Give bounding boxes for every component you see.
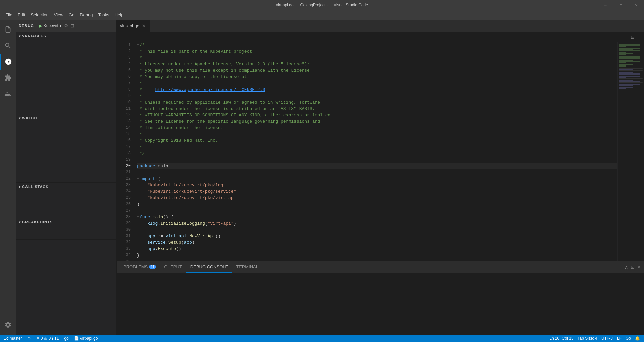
mini-line bbox=[619, 85, 633, 86]
code-token: ) bbox=[192, 239, 195, 246]
menu-view[interactable]: View bbox=[51, 11, 66, 19]
status-tab-size[interactable]: Tab Size: 4 bbox=[576, 335, 599, 342]
debug-caret-icon[interactable]: ▾ bbox=[60, 24, 61, 28]
status-file[interactable]: 📄 virt-api.go bbox=[73, 335, 99, 342]
activity-explorer[interactable] bbox=[0, 21, 16, 38]
code-token: NewVirtApi bbox=[189, 233, 215, 239]
code-token: * See the License for the specific langu… bbox=[137, 118, 320, 125]
menu-help[interactable]: Help bbox=[112, 11, 126, 19]
tab-close-icon[interactable]: ✕ bbox=[141, 22, 147, 29]
menu-tasks[interactable]: Tasks bbox=[95, 11, 112, 19]
mini-line bbox=[619, 70, 643, 71]
split-editor-icon[interactable]: ⊟ bbox=[631, 34, 635, 40]
fold-icon-28[interactable]: ▾ bbox=[137, 214, 139, 220]
menu-selection[interactable]: Selection bbox=[28, 11, 51, 19]
callstack-content bbox=[16, 191, 116, 218]
info-count: 11 bbox=[54, 336, 59, 341]
code-token: * This file is part of the KubeVirt proj… bbox=[137, 48, 252, 55]
status-encoding[interactable]: UTF-8 bbox=[600, 335, 614, 342]
code-line-10: * Unless required by applicable law or a… bbox=[137, 99, 617, 106]
code-content[interactable]: ▾/* * This file is part of the KubeVirt … bbox=[133, 42, 617, 261]
activity-settings[interactable] bbox=[0, 317, 16, 333]
status-line-ending[interactable]: LF bbox=[615, 335, 623, 342]
line-num-31: 31 bbox=[117, 233, 131, 239]
code-line-32: service.Setup(app) bbox=[137, 239, 617, 246]
variables-label: VARIABLES bbox=[22, 34, 46, 38]
fold-icon-22[interactable]: ▾ bbox=[137, 176, 139, 182]
line-num-12: 12 bbox=[117, 112, 131, 118]
code-line-24: "kubevirt.io/kubevirt/pkg/service" bbox=[137, 188, 617, 195]
mini-line bbox=[619, 50, 640, 51]
menu-debug[interactable]: Debug bbox=[77, 11, 95, 19]
restore-button[interactable]: □ bbox=[613, 0, 629, 10]
code-token: klog bbox=[147, 220, 158, 227]
panel-chevron-up-icon[interactable]: ∧ bbox=[625, 264, 628, 270]
code-line-34: } bbox=[137, 252, 617, 259]
code-line-25: "kubevirt.io/kubevirt/pkg/virt-api" bbox=[137, 195, 617, 201]
code-token: . bbox=[155, 246, 158, 252]
menu-go[interactable]: Go bbox=[66, 11, 77, 19]
breakpoints-header[interactable]: ▾ BREAKPOINTS bbox=[16, 218, 116, 226]
code-token bbox=[137, 188, 147, 195]
line-num-19: 19 bbox=[117, 157, 131, 163]
debug-config-name: Kubevirt bbox=[44, 23, 58, 28]
line-num-23: 23 bbox=[117, 182, 131, 188]
code-token: . bbox=[166, 239, 168, 246]
watch-collapse-icon: ▾ bbox=[19, 116, 21, 120]
activity-debug[interactable] bbox=[0, 54, 16, 70]
watch-header[interactable]: ▾ WATCH bbox=[16, 114, 116, 122]
panel-close-icon[interactable]: ✕ bbox=[637, 264, 641, 270]
status-language[interactable]: Go bbox=[624, 335, 632, 342]
code-token: app bbox=[147, 233, 155, 239]
status-go[interactable]: go bbox=[63, 335, 70, 342]
mini-line bbox=[619, 66, 626, 67]
branch-icon: ⎇ bbox=[4, 336, 9, 341]
code-token: * Licensed under the Apache License, Ver… bbox=[137, 61, 310, 67]
variables-header[interactable]: ▾ VARIABLES bbox=[16, 32, 116, 40]
code-editor: 1 2 3 4 5 6 7 8 9 10 11 12 13 14 15 16 1 bbox=[117, 42, 644, 261]
line-num-2: 2 bbox=[117, 48, 131, 55]
minimize-button[interactable]: ─ bbox=[598, 0, 613, 10]
callstack-header[interactable]: ▾ CALL STACK bbox=[16, 183, 116, 191]
line-num-7: 7 bbox=[117, 80, 131, 87]
debug-stop-icon[interactable]: ⊟ bbox=[70, 23, 74, 28]
code-token-link[interactable]: http://www.apache.org/licenses/LICENSE-2… bbox=[155, 87, 265, 93]
status-errors[interactable]: ✕ 0 ⚠ 0 ℹ 11 bbox=[35, 335, 60, 342]
debug-settings-icon[interactable]: ⚙ bbox=[64, 23, 68, 28]
tab-terminal[interactable]: TERMINAL bbox=[232, 261, 262, 273]
code-line-6: * You may obtain a copy of the License a… bbox=[137, 74, 617, 80]
tab-problems[interactable]: PROBLEMS 11 bbox=[119, 261, 160, 273]
tab-output[interactable]: OUTPUT bbox=[160, 261, 186, 273]
activity-extensions[interactable] bbox=[0, 70, 16, 86]
status-position[interactable]: Ln 20, Col 13 bbox=[548, 335, 575, 342]
status-sync[interactable]: ⟳ bbox=[26, 335, 32, 342]
fold-icon-1[interactable]: ▾ bbox=[137, 42, 139, 48]
close-button[interactable]: ✕ bbox=[629, 0, 644, 10]
code-token: () bbox=[215, 233, 221, 239]
mini-line bbox=[619, 72, 633, 73]
panel-maximize-icon[interactable]: ⊡ bbox=[631, 264, 635, 270]
error-icon: ✕ bbox=[36, 336, 40, 341]
tab-virt-api-go[interactable]: virt-api.go ✕ bbox=[117, 20, 150, 32]
file-icon: 📄 bbox=[74, 336, 79, 341]
activity-source-control[interactable] bbox=[0, 86, 16, 102]
more-actions-icon[interactable]: ⋯ bbox=[637, 34, 641, 40]
error-count: 0 bbox=[41, 336, 43, 341]
menu-edit[interactable]: Edit bbox=[15, 11, 28, 19]
tab-debug-console[interactable]: DEBUG CONSOLE bbox=[186, 261, 232, 273]
encoding-label: UTF-8 bbox=[601, 336, 613, 341]
status-right: Ln 20, Col 13 Tab Size: 4 UTF-8 LF Go 🔔 bbox=[548, 335, 641, 342]
activity-search[interactable] bbox=[0, 38, 16, 54]
menu-file[interactable]: File bbox=[3, 11, 15, 19]
code-line-8: * http://www.apache.org/licenses/LICENSE… bbox=[137, 87, 617, 93]
mini-line bbox=[619, 76, 640, 77]
code-token bbox=[137, 246, 147, 252]
line-num-30: 30 bbox=[117, 227, 131, 233]
tab-problems-label: PROBLEMS bbox=[123, 264, 148, 269]
status-notifications[interactable]: 🔔 bbox=[634, 335, 641, 342]
code-token: app bbox=[147, 246, 155, 252]
status-branch[interactable]: ⎇ master bbox=[3, 335, 23, 342]
code-token: "kubevirt.io/kubevirt/pkg/log" bbox=[147, 182, 226, 188]
debug-play-button[interactable]: ▶ bbox=[39, 23, 42, 28]
code-line-2: * This file is part of the KubeVirt proj… bbox=[137, 48, 617, 55]
